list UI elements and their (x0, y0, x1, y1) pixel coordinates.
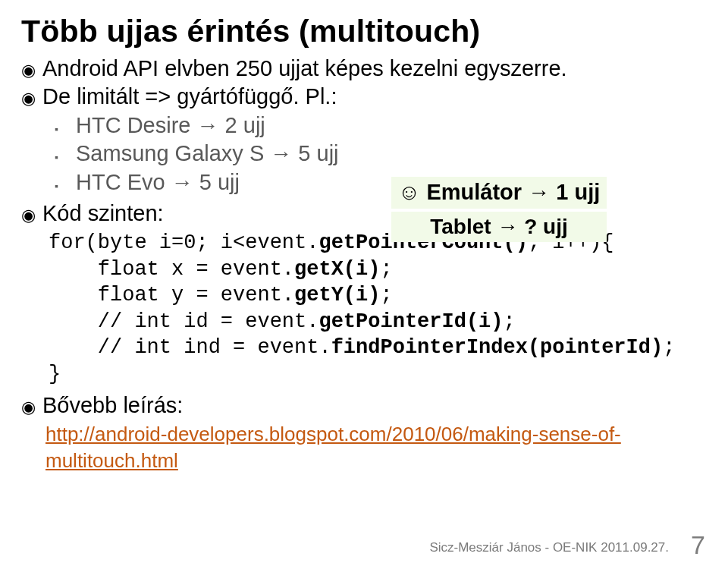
bullet-sq-icon: ▪ (55, 180, 76, 193)
bullet-icon: ◉ (21, 61, 42, 81)
slide-title: Több ujjas érintés (multitouch) (21, 14, 707, 49)
para-limited: De limitált => gyártófüggő. Pl.: (42, 83, 337, 110)
code-block: for(byte i=0; i<event.getPointerCount();… (49, 230, 707, 387)
footer-author-date: Sicz-Mesziár János - OE-NIK 2011.09.27. (429, 540, 669, 555)
bullet-icon: ◉ (21, 206, 42, 226)
highlight-emulator: ☺ Emulátor → 1 ujj (391, 177, 607, 209)
para-api-capacity: Android API elvben 250 ujjat képes kezel… (42, 55, 567, 82)
bullet-sq-icon: ▪ (55, 123, 76, 136)
link-multitouch-article[interactable]: http://android-developers.blogspot.com/2… (46, 423, 621, 472)
device-samsung: Samsung Galaxy S → 5 ujj (76, 140, 339, 167)
bullet-icon: ◉ (21, 398, 42, 418)
page-number: 7 (691, 530, 705, 560)
para-more-info: Bővebb leírás: (42, 392, 183, 419)
device-htc-desire: HTC Desire → 2 ujj (76, 112, 265, 139)
bullet-icon: ◉ (21, 89, 42, 109)
para-code-level: Kód szinten: (42, 200, 164, 227)
bullet-sq-icon: ▪ (55, 151, 76, 164)
device-htc-evo: HTC Evo → 5 ujj (76, 169, 240, 196)
highlight-tablet: Tablet → ? ujj (391, 212, 607, 242)
